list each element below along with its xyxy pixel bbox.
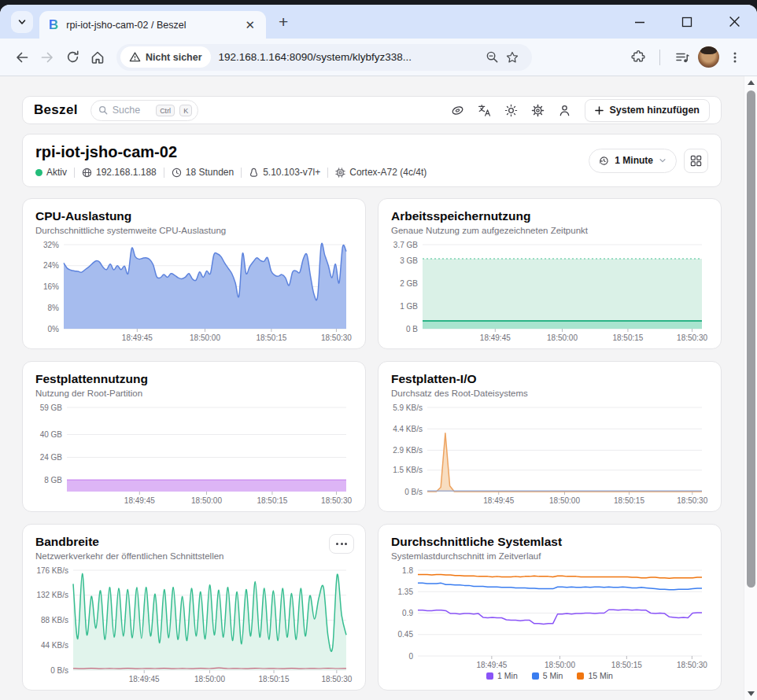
globe-icon [82, 168, 92, 178]
svg-text:0.9: 0.9 [402, 609, 413, 617]
chart-title: Arbeitsspeichernutzung [391, 209, 708, 223]
back-button[interactable] [9, 45, 35, 70]
layout-grid-button[interactable] [684, 149, 708, 173]
chart-title: Durchschnittliche Systemlast [391, 535, 708, 549]
chart-title: Festplattennutzung [35, 372, 353, 386]
svg-text:3 GB: 3 GB [400, 256, 418, 265]
svg-text:1 GB: 1 GB [400, 302, 418, 311]
svg-text:18:50:00: 18:50:00 [194, 675, 225, 683]
kernel-icon [249, 168, 259, 178]
browser-tab[interactable]: B rpi-iot-jsho-cam-02 / Beszel ✕ [39, 11, 266, 39]
history-icon [599, 156, 609, 166]
docs-icon[interactable] [451, 104, 464, 117]
interval-label: 1 Minute [615, 155, 653, 166]
legend-item: 15 Min [577, 671, 613, 680]
system-kernel: 5.10.103-v7l+ [263, 167, 320, 178]
legend-item: 5 Min [532, 671, 563, 680]
svg-text:32%: 32% [43, 241, 59, 249]
svg-text:18:49:45: 18:49:45 [129, 675, 160, 683]
bandwidth-chart[interactable]: 0 B/s44 KB/s88 KB/s132 KB/s176 KB/s18:49… [35, 566, 353, 684]
diskio-chart[interactable]: 0 B/s1.5 KB/s2.9 KB/s4.4 KB/s5.9 KB/s18:… [391, 403, 708, 506]
svg-text:18:49:45: 18:49:45 [476, 661, 507, 669]
charts-grid: CPU-Auslastung Durchschnittliche systemw… [22, 198, 722, 691]
svg-text:18:50:30: 18:50:30 [677, 496, 707, 505]
browser-menu-icon[interactable] [722, 45, 748, 70]
memory-chart[interactable]: 0 B1 GB2 GB3 GB3.7 GB18:49:4518:50:0018:… [391, 241, 708, 343]
new-tab-button[interactable]: + [279, 13, 288, 31]
system-header-card: rpi-iot-jsho-cam-02 Aktiv 192.168.1.188 … [22, 134, 722, 187]
shortcut-key-k: K [179, 105, 192, 116]
svg-text:18:50:15: 18:50:15 [257, 496, 287, 505]
svg-text:18:50:15: 18:50:15 [614, 496, 644, 505]
memory-chart-card: Arbeitsspeichernutzung Genaue Nutzung zu… [378, 198, 722, 349]
profile-avatar[interactable] [698, 46, 719, 68]
system-cpu-model: Cortex-A72 (4c/4t) [349, 167, 427, 178]
svg-text:1.35: 1.35 [398, 588, 414, 596]
svg-text:18:50:30: 18:50:30 [321, 496, 352, 505]
add-system-button[interactable]: System hinzufügen [585, 99, 710, 122]
system-ip: 192.168.1.188 [96, 167, 157, 178]
disk-chart[interactable]: 8 GB24 GB40 GB59 GB18:49:4518:50:0018:50… [35, 403, 353, 506]
scrollbar-thumb[interactable] [747, 90, 755, 588]
home-button[interactable] [85, 45, 110, 70]
bookmark-star-icon[interactable] [502, 45, 523, 70]
security-chip[interactable]: Nicht sicher [120, 46, 211, 68]
search-input[interactable]: Suche Ctrl K [90, 100, 198, 121]
minimize-button[interactable] [633, 15, 647, 29]
url-bar[interactable]: Nicht sicher 192.168.1.164:8090/system/k… [116, 44, 532, 71]
svg-text:132 KB/s: 132 KB/s [36, 591, 68, 599]
tab-strip: B rpi-iot-jsho-cam-02 / Beszel ✕ + [0, 5, 757, 39]
svg-text:18:50:15: 18:50:15 [612, 333, 643, 342]
svg-text:18:50:30: 18:50:30 [677, 333, 707, 342]
maximize-button[interactable] [680, 15, 694, 29]
search-icon [98, 105, 108, 115]
window-controls [633, 15, 741, 29]
language-icon[interactable] [478, 104, 491, 117]
system-meta: Aktiv 192.168.1.188 18 Stunden 5.10.103-… [35, 167, 427, 178]
svg-text:0 B/s: 0 B/s [50, 666, 68, 675]
zoom-out-icon[interactable] [482, 45, 502, 70]
cpu-chart[interactable]: 0%8%16%24%32%18:49:4518:50:0018:50:1518:… [35, 241, 353, 343]
extensions-icon[interactable] [625, 45, 650, 70]
scrollbar-up-arrow[interactable] [748, 76, 755, 89]
browser-toolbar: Nicht sicher 192.168.1.164:8090/system/k… [0, 39, 757, 76]
theme-sun-icon[interactable] [504, 104, 518, 117]
cpu-chip-icon [335, 168, 345, 178]
forward-button[interactable] [35, 45, 60, 70]
add-system-label: System hinzufügen [609, 105, 700, 116]
chart-title: CPU-Auslastung [35, 209, 353, 223]
svg-text:18:50:00: 18:50:00 [547, 333, 578, 342]
status-dot [35, 169, 42, 176]
svg-text:8%: 8% [48, 304, 60, 312]
shortcut-key-ctrl: Ctrl [156, 105, 175, 116]
scrollbar-down-arrow[interactable] [748, 687, 755, 700]
search-placeholder: Suche [113, 105, 140, 116]
page-scrollbar [744, 76, 757, 700]
tab-search-button[interactable] [11, 11, 33, 33]
tab-close-icon[interactable]: ✕ [240, 18, 260, 32]
settings-gear-icon[interactable] [531, 104, 545, 117]
svg-text:0.45: 0.45 [398, 630, 414, 639]
beszel-logo: Beszel [34, 102, 78, 118]
chart-subtitle: Nutzung der Root-Partition [35, 389, 353, 398]
chart-subtitle: Durchschnittliche systemweite CPU-Auslas… [35, 226, 353, 235]
reload-button[interactable] [60, 45, 85, 70]
chevron-down-icon [17, 17, 27, 27]
close-button[interactable] [727, 15, 741, 29]
chevron-down-icon [659, 157, 667, 164]
system-uptime: 18 Stunden [186, 167, 234, 178]
svg-text:24%: 24% [43, 261, 59, 270]
page-background: Beszel Suche Ctrl K System hinzufügen [0, 76, 757, 700]
media-playlist-icon[interactable] [670, 45, 695, 70]
interval-select[interactable]: 1 Minute [589, 149, 677, 173]
app-header-actions: System hinzufügen [451, 99, 710, 122]
load-chart[interactable]: 00.450.91.351.818:49:4518:50:0018:50:151… [391, 566, 708, 670]
svg-text:18:49:45: 18:49:45 [124, 496, 155, 505]
bandwidth-more-button[interactable] [329, 534, 354, 554]
user-icon[interactable] [558, 104, 571, 117]
svg-text:18:50:00: 18:50:00 [190, 333, 220, 342]
svg-text:18:50:15: 18:50:15 [256, 333, 286, 342]
bandwidth-chart-card: Bandbreite Netzwerkverkehr der öffentlic… [22, 524, 366, 691]
svg-text:44 KB/s: 44 KB/s [41, 641, 68, 650]
svg-text:18:49:45: 18:49:45 [483, 496, 514, 505]
